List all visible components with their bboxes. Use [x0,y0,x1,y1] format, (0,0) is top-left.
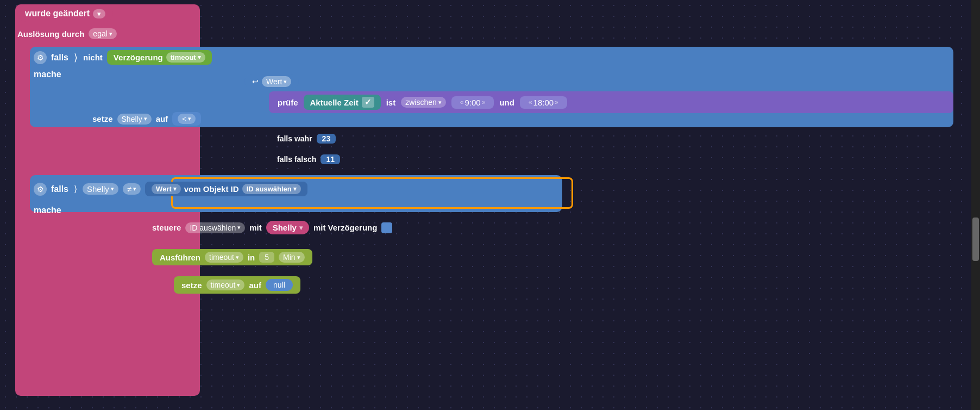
timeout-dropdown-3[interactable]: timeout [206,279,245,290]
delay-checkbox[interactable] [381,222,392,233]
less-than-dropdown[interactable]: < [178,114,196,124]
scrollbar-thumb[interactable] [972,218,979,261]
prufe-block: prüfe Aktuelle Zeit ✓ ist zwischen « 9:0… [269,91,953,113]
wurde-geandert-block[interactable]: wurde geändert ▾ [17,5,113,22]
falls-label-2: falls [51,184,68,194]
num11-badge: 11 [321,154,340,164]
timeout-dropdown-1[interactable]: timeout [166,52,205,63]
wert-dropdown[interactable]: Wert [262,76,291,87]
shelly-dropdown-2[interactable]: Shelly [83,183,118,195]
und-label: und [499,98,514,107]
time2-badge[interactable]: « 18:00 » [520,96,567,109]
puzzle-notch-1: ⟩ [74,52,78,64]
scrollbar[interactable] [971,0,980,410]
shelly-dropdown-1[interactable]: Shelly [117,114,152,125]
id-auswahlen-dropdown-2[interactable]: ID auswählen [185,222,245,233]
ist-label: ist [386,98,396,107]
neq-operator[interactable]: ≠ [123,183,141,195]
falls-label-1: falls [51,53,68,63]
wurde-geandert-label: wurde geändert [25,9,90,18]
gear-icon-2[interactable]: ⚙ [34,183,47,196]
timeout-dropdown-2[interactable]: timeout [205,252,243,263]
mache-label-2: mache [34,206,61,215]
auf-label-2: auf [249,281,261,290]
time1-badge[interactable]: « 9:00 » [451,96,494,109]
wert-arrow-block[interactable]: ↩ Wert [244,74,299,89]
falls-wahr-row: falls wahr 23 [277,134,336,144]
egal-dropdown[interactable]: egal [89,28,116,39]
auslosung-label: Auslösung durch [17,29,84,39]
setze-timeout-block[interactable]: setze timeout auf null [174,276,300,294]
in-label: in [248,253,255,262]
ausfuhren-block[interactable]: Ausführen timeout in 5 Min [152,249,312,265]
aktuelle-zeit-block[interactable]: Aktuelle Zeit ✓ [304,95,381,110]
puzzle-notch-2: ⟩ [74,184,77,194]
falls-falsch-label: falls falsch [277,155,316,164]
num23-badge: 23 [317,134,336,144]
auf-label-1: auf [156,114,168,123]
mit-label: mit [249,223,262,232]
less-than-block[interactable]: < [172,112,201,126]
mit-verzogerung-label: mit Verzögerung [313,223,378,232]
setze-label-2: setze [181,281,202,290]
falls-row2: ⚙ falls ⟩ Shelly ≠ Wert vom Objekt ID ID… [34,182,307,196]
falls-wahr-label: falls wahr [277,134,312,143]
zwischen-dropdown[interactable]: zwischen [401,97,446,108]
steuere-row: steuere ID auswählen mit Shelly ▾ mit Ve… [152,221,392,234]
wert2-dropdown[interactable]: Wert [152,184,181,194]
num5-badge: 5 [259,252,274,263]
null-block: null [266,279,293,291]
id-auswahlen-dropdown-1[interactable]: ID auswählen [242,184,301,194]
nicht-label: nicht [83,53,103,62]
arrow-icon: ↩ [252,77,259,86]
checkmark-badge: ✓ [362,97,374,108]
wert-vom-block[interactable]: Wert vom Objekt ID ID auswählen [145,182,307,196]
ausfuhren-label: Ausführen [160,253,200,262]
gear-icon-1[interactable]: ⚙ [34,51,47,64]
min-dropdown[interactable]: Min [279,252,305,263]
wurde-dropdown[interactable]: ▾ [93,9,105,18]
setze-label-1: setze [92,114,113,123]
falls-falsch-row: falls falsch 11 [277,154,340,164]
shelly-block-pink[interactable]: Shelly ▾ [266,221,309,234]
canvas: wurde geändert ▾ Auslösung durch egal ⚙ … [0,0,980,410]
falls-row1: ⚙ falls ⟩ nicht Verzögerung timeout [34,50,212,65]
steuere-label: steuere [152,223,181,232]
mache-label-1: mache [34,70,61,79]
auslosung-row: Auslösung durch egal [17,28,117,39]
vom-label: vom Objekt ID [184,184,239,194]
verzogerung-block[interactable]: Verzögerung timeout [107,50,212,65]
setze-row: setze Shelly auf < [92,112,201,126]
prufe-label: prüfe [278,98,298,107]
